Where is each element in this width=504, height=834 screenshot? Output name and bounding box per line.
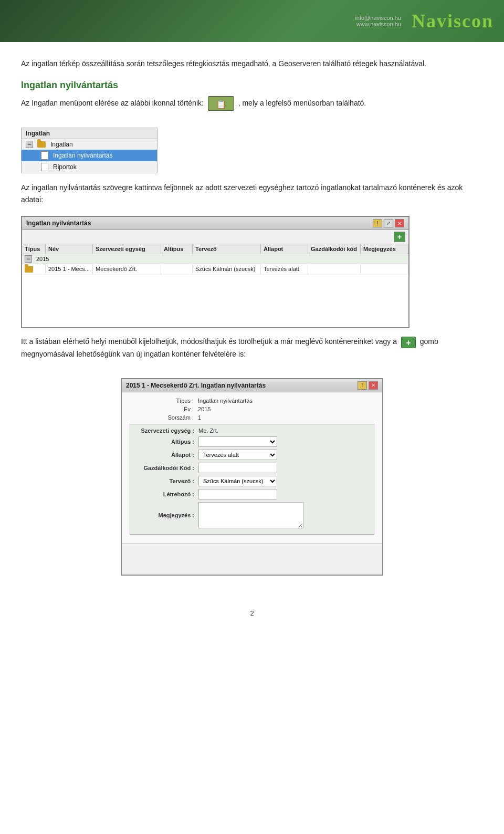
page-header: info@naviscon.hu www.naviscon.hu Navisco…	[0, 0, 504, 42]
field-szervezeti-label: Szervezeti egység :	[135, 428, 198, 434]
field-altipus: Altípus :	[135, 436, 369, 447]
menu-item-riportok[interactable]: Riportok	[22, 161, 157, 173]
field-allapot: Állapot : Tervezés alatt	[135, 450, 369, 460]
col-gazdalkodoi: Gazdálkodói kód	[308, 244, 361, 254]
allapot-select[interactable]: Tervezés alatt	[198, 450, 277, 460]
info-tipus-value: Ingatlan nyilvántartás	[198, 398, 253, 404]
intro-paragraph: Az ingatlan térkép összeállítása során t…	[21, 58, 483, 69]
ingatlan-toolbar-icon	[208, 96, 234, 111]
cell-gazdalkodoi	[308, 264, 361, 274]
field-allapot-label: Állapot :	[135, 452, 198, 458]
menu-desc-text-2: , mely a legfelső menüsorban található.	[238, 99, 366, 107]
info-sorszam-value: 1	[198, 414, 201, 421]
cell-tipus	[22, 264, 46, 274]
contact-info: info@naviscon.hu www.naviscon.hu	[355, 15, 401, 27]
table-header: Típus Név Szervezeti egység Altípus Terv…	[22, 244, 408, 254]
main-content: Az ingatlan térkép összeállítása során t…	[0, 42, 504, 599]
dialog-buttons: ! ⤢ ✕	[373, 219, 404, 227]
form-dialog-titlebar: 2015 1 - Mecsekerdő Zrt. Ingatlan nyilvá…	[122, 379, 382, 392]
field-altipus-label: Altípus :	[135, 439, 198, 445]
group-collapse-icon: −	[25, 255, 32, 263]
bottom-description: Itt a listában elérhető helyi menüből ki…	[21, 336, 483, 360]
field-tervezo-label: Tervező :	[135, 478, 198, 484]
minimize-button[interactable]: !	[373, 219, 382, 227]
menu-desc-text-1: Az Ingatlan menüpont elérése az alábbi i…	[21, 99, 204, 107]
section-title: Ingatlan nyilvántartás	[21, 80, 483, 91]
col-altipus: Altípus	[161, 244, 193, 254]
info-sorszam-label: Sorszám :	[130, 414, 198, 421]
letrehozo-input[interactable]	[198, 489, 277, 499]
form-dialog: 2015 1 - Mecsekerdő Zrt. Ingatlan nyilvá…	[121, 378, 383, 576]
dialog-toolbar: +	[22, 230, 408, 244]
form-minimize-button[interactable]: !	[358, 381, 367, 390]
form-bottom-area	[122, 543, 382, 575]
close-button[interactable]: ✕	[395, 219, 404, 227]
field-gazdalkodoi: Gazdálkodói Kód :	[135, 463, 369, 473]
logo-text: Naviscon	[412, 11, 494, 32]
form-section-szervezeti: Szervezeti egység : Me. Zrt. Altípus : Á…	[130, 424, 374, 535]
field-gazdalkodoi-label: Gazdálkodói Kód :	[135, 465, 198, 471]
plus-icon: +	[401, 337, 416, 348]
cell-tervezo: Szűcs Kálmán (szucsk)	[193, 264, 261, 274]
menu-description: Az Ingatlan menüpont elérése az alábbi i…	[21, 96, 483, 111]
collapse-icon: −	[26, 141, 33, 148]
table-description: Az ingatlan nyilvántartás szövegre katti…	[21, 182, 483, 205]
form-dialog-container: 2015 1 - Mecsekerdő Zrt. Ingatlan nyilvá…	[21, 371, 483, 583]
form-content: Típus : Ingatlan nyilvántartás Év : 2015…	[122, 392, 382, 543]
info-ev-label: Év :	[130, 406, 198, 412]
field-megjegyzes-label: Megjegyzés :	[135, 512, 198, 518]
menu-parent-label: Ingatlan	[50, 141, 73, 148]
form-dialog-buttons: ! ✕	[358, 381, 378, 390]
col-allapot: Állapot	[261, 244, 308, 254]
bottom-desc-text-1: Itt a listában elérhető helyi menüből ki…	[21, 337, 397, 346]
add-button[interactable]: +	[394, 232, 405, 242]
table-empty-area	[22, 275, 408, 327]
field-szervezeti-value: Me. Zrt.	[198, 428, 218, 434]
megjegyzes-textarea[interactable]	[198, 502, 303, 528]
toolbar-icon	[208, 96, 234, 111]
col-tipus: Típus	[22, 244, 46, 254]
info-ev-value: 2015	[198, 406, 211, 412]
menu-item-riportok-label: Riportok	[53, 163, 77, 171]
folder-icon	[37, 141, 46, 148]
table-group-2015: − 2015	[22, 254, 408, 264]
menu-item-active-label: Ingatlan nyilvántartás	[53, 152, 112, 159]
gazdalkodoi-input[interactable]	[198, 463, 277, 473]
field-szervezeti: Szervezeti egység : Me. Zrt.	[135, 428, 369, 434]
ingatlan-dialog: Ingatlan nyilvántartás ! ⤢ ✕ + Típus Név…	[21, 216, 410, 328]
form-info-sorszam: Sorszám : 1	[130, 414, 374, 421]
cell-nev: 2015 1 - Mecs...	[46, 264, 93, 274]
form-info-ev: Év : 2015	[130, 406, 374, 412]
dialog-titlebar: Ingatlan nyilvántartás ! ⤢ ✕	[22, 217, 408, 230]
cell-megjegyzes	[361, 264, 408, 274]
form-dialog-title: 2015 1 - Mecsekerdő Zrt. Ingatlan nyilvá…	[126, 382, 266, 389]
col-szervezeti: Szervezeti egység	[93, 244, 161, 254]
field-letrehozo: Létrehozó :	[135, 489, 369, 499]
menu-parent-item: − Ingatlan	[22, 139, 157, 150]
form-close-button[interactable]: ✕	[369, 381, 378, 390]
cell-altipus	[161, 264, 193, 274]
row-folder-icon	[25, 266, 33, 273]
info-tipus-label: Típus :	[130, 398, 198, 404]
doc-icon-2	[41, 163, 48, 171]
cell-szervezeti: Mecsekerdő Zrt.	[93, 264, 161, 274]
form-info-tipus: Típus : Ingatlan nyilvántartás	[130, 398, 374, 404]
col-megjegyzes: Megjegyzés	[361, 244, 408, 254]
tervezo-select[interactable]: Szűcs Kálmán (szucsk)	[198, 476, 277, 486]
altipus-select[interactable]	[198, 436, 277, 447]
logo: Naviscon	[412, 10, 494, 32]
doc-icon	[41, 151, 48, 160]
group-label: 2015	[36, 256, 49, 262]
menu-screenshot: Ingatlan − Ingatlan Ingatlan nyilvántart…	[21, 128, 158, 173]
col-nev: Név	[46, 244, 93, 254]
maximize-button[interactable]: ⤢	[384, 219, 393, 227]
page-number: 2	[0, 609, 504, 617]
menu-item-ingatlan-nyilvantartas[interactable]: Ingatlan nyilvántartás	[22, 150, 157, 161]
dialog-title: Ingatlan nyilvántartás	[26, 220, 91, 227]
menu-screenshot-header: Ingatlan	[22, 128, 157, 139]
field-letrehozo-label: Létrehozó :	[135, 491, 198, 497]
field-tervezo: Tervező : Szűcs Kálmán (szucsk)	[135, 476, 369, 486]
table-row[interactable]: 2015 1 - Mecs... Mecsekerdő Zrt. Szűcs K…	[22, 264, 408, 275]
col-tervezo: Tervező	[193, 244, 261, 254]
plus-button-img: +	[401, 336, 416, 348]
